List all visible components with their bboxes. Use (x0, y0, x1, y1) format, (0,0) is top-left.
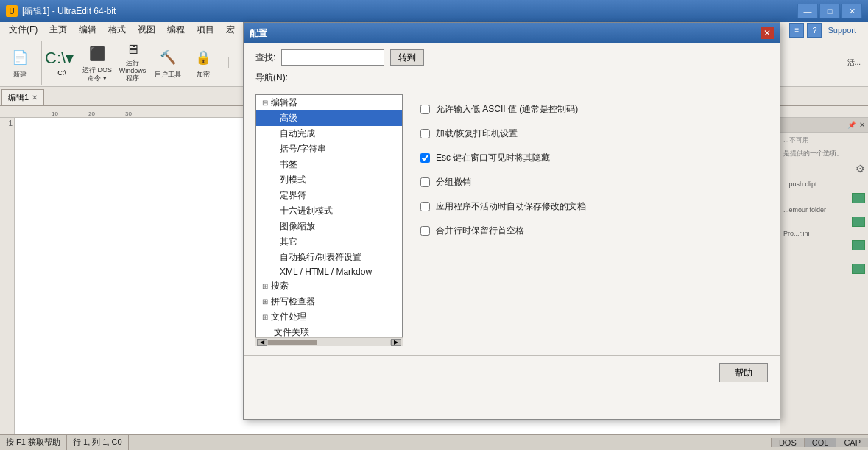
menu-home[interactable]: 主页 (43, 23, 73, 38)
panel-label3: ... (783, 253, 865, 261)
tab-close-icon[interactable]: ✕ (32, 94, 38, 102)
minimize-button[interactable]: — (797, 4, 818, 18)
tree-node-xml[interactable]: XML / HTML / Markdow (256, 265, 402, 278)
menu-edit[interactable]: 编辑 (73, 23, 102, 38)
right-panel: 📌 ✕ ...不可用 是提供的一个选项。 ⚙ ...push clipt... … (780, 118, 868, 434)
panel-pin-btn[interactable]: 📌 (847, 121, 856, 129)
tree-node-editor[interactable]: ⊟ 编辑器 (256, 95, 402, 110)
tree-label-brackets: 括号/字符串 (280, 143, 326, 155)
menu-view[interactable]: 视图 (132, 23, 161, 38)
color-btn-3[interactable] (852, 240, 865, 250)
tree-label-wrap: 自动换行/制表符设置 (280, 251, 361, 264)
tree-node-other[interactable]: 其它 (256, 234, 402, 250)
tree-node-advanced[interactable]: 高级 (256, 110, 402, 126)
toolbar-extra: 活... (843, 57, 865, 68)
status-help: 按 F1 获取帮助 (0, 435, 67, 450)
support-link[interactable]: Support (825, 26, 859, 35)
checkbox-printer[interactable] (420, 129, 430, 138)
scroll-right-btn[interactable]: ▶ (391, 339, 401, 346)
tree-node-brackets[interactable]: 括号/字符串 (256, 141, 402, 157)
menu-code[interactable]: 编程 (161, 23, 191, 38)
new-file-icon: 📄 (8, 46, 32, 69)
menu-file[interactable]: 文件(F) (3, 23, 43, 38)
checkbox-esc[interactable] (420, 153, 430, 163)
tree-node-wrap[interactable]: 自动换行/制表符设置 (256, 250, 402, 265)
help-btn[interactable]: ? (807, 23, 822, 38)
tree-node-spellcheck[interactable]: ⊞ 拼写检查器 (256, 294, 402, 309)
run-dos-btn[interactable]: ⬛ 运行 DOS命令 ▾ (80, 42, 114, 83)
toolbar-group-2: C:\▾ C:\ ⬛ 运行 DOS命令 ▾ 🖥 运行 Windows程序 🔨 用… (45, 41, 225, 85)
dialog-footer: 帮助 (244, 355, 780, 390)
panel-text1: ...push clipt... (780, 177, 868, 191)
tab-edit1[interactable]: 编辑1 ✕ (1, 89, 44, 105)
dialog-options: 允许输入低 ASCII 值 (通常是控制码) 加载/恢复打印机设置 Esc 键在… (414, 94, 768, 346)
tree-node-autocomplete[interactable]: 自动完成 (256, 126, 402, 141)
tree-label-editor: 编辑器 (271, 96, 297, 109)
option-row-2: 加载/恢复打印机设置 (420, 122, 762, 146)
tree-node-hex-mode[interactable]: 十六进制模式 (256, 203, 402, 219)
color-btn-4[interactable] (852, 264, 865, 274)
tree-label-bookmarks: 书签 (280, 158, 297, 171)
window-controls: — □ ✕ (797, 4, 862, 18)
menu-macro[interactable]: 宏 (220, 23, 241, 38)
expand-icon-spellcheck: ⊞ (262, 298, 268, 306)
dialog-close-button[interactable]: ✕ (761, 27, 774, 39)
title-bar: U [编辑1] - UltraEdit 64-bit — □ ✕ (0, 0, 868, 22)
config-dialog: 配置 ✕ 查找: 转到 导航(N): ⊟ 编辑器 高级 (243, 22, 780, 420)
help-button[interactable]: 帮助 (719, 363, 768, 382)
close-button[interactable]: ✕ (841, 4, 862, 18)
tree-label-xml: XML / HTML / Markdow (280, 267, 372, 277)
tree-label-other: 其它 (280, 236, 297, 248)
line-numbers: 1 (0, 118, 15, 434)
tree-node-filehandling[interactable]: ⊞ 文件处理 (256, 309, 402, 325)
tree-label-image-zoom: 图像缩放 (280, 220, 315, 233)
status-position: 行 1, 列 1, C0 (67, 435, 129, 450)
expand-icon-filehandling: ⊞ (262, 313, 268, 321)
tree-node-column-mode[interactable]: 列模式 (256, 172, 402, 188)
tree-node-fileassoc[interactable]: 文件关联 (256, 325, 402, 337)
tree-node-bookmarks[interactable]: 书签 (256, 157, 402, 172)
encoding-badge: DOS (771, 438, 804, 447)
option-row-6: 合并行时保留行首空格 (420, 219, 762, 243)
color-btn-2[interactable] (852, 217, 865, 227)
dialog-title-bar: 配置 ✕ (244, 23, 780, 43)
tree-node-delimiter[interactable]: 定界符 (256, 188, 402, 203)
scroll-thumb (268, 340, 317, 345)
maximize-button[interactable]: □ (819, 4, 840, 18)
label-group-undo: 分组撤销 (436, 176, 471, 189)
tree-label-delimiter: 定界符 (280, 189, 306, 202)
new-file-btn[interactable]: 📄 新建 (3, 42, 37, 83)
run-windows-btn[interactable]: 🖥 运行 Windows程序 (116, 42, 149, 83)
nav-horizontal-scrollbar[interactable]: ◀ ▶ (255, 337, 403, 346)
option-row-4: 分组撤销 (420, 170, 762, 194)
run-dos-icon: ⬛ (85, 43, 109, 65)
option-row-5: 应用程序不活动时自动保存修改的文档 (420, 194, 762, 219)
scroll-track[interactable] (267, 340, 391, 345)
dialog-title: 配置 (250, 27, 267, 40)
menu-project[interactable]: 项目 (191, 23, 220, 38)
dialog-search-row: 查找: 转到 (244, 43, 780, 68)
toolbar-toggle[interactable]: ≡ (789, 23, 804, 38)
tree-node-search[interactable]: ⊞ 搜索 (256, 278, 402, 294)
color-btn-1[interactable] (852, 193, 865, 203)
tab-label: 编辑1 (8, 92, 29, 103)
checkbox-low-ascii[interactable] (420, 105, 430, 114)
checkbox-autosave[interactable] (420, 202, 430, 211)
panel-close-btn[interactable]: ✕ (859, 121, 865, 129)
encrypt-btn[interactable]: 🔒 加密 (186, 42, 220, 83)
checkbox-group-undo[interactable] (420, 177, 430, 187)
menu-format[interactable]: 格式 (102, 23, 132, 38)
checkbox-merge-indent[interactable] (420, 226, 430, 236)
search-label: 查找: (255, 52, 275, 64)
gear-icon[interactable]: ⚙ (855, 163, 865, 175)
tree-label-spellcheck: 拼写检查器 (271, 295, 315, 308)
expand-icon-editor: ⊟ (262, 99, 268, 107)
tree-node-image-zoom[interactable]: 图像缩放 (256, 219, 402, 234)
nav-tree[interactable]: ⊟ 编辑器 高级 自动完成 括号/字符串 书签 (255, 94, 403, 337)
user-tools-btn[interactable]: 🔨 用户工具 (151, 42, 185, 83)
scroll-left-btn[interactable]: ◀ (257, 339, 267, 346)
search-input[interactable] (281, 49, 384, 66)
goto-button[interactable]: 转到 (390, 49, 424, 66)
user-tools-icon: 🔨 (156, 46, 180, 69)
panel-color-buttons: ...emour folder Pro...r.ini ... (780, 190, 868, 277)
